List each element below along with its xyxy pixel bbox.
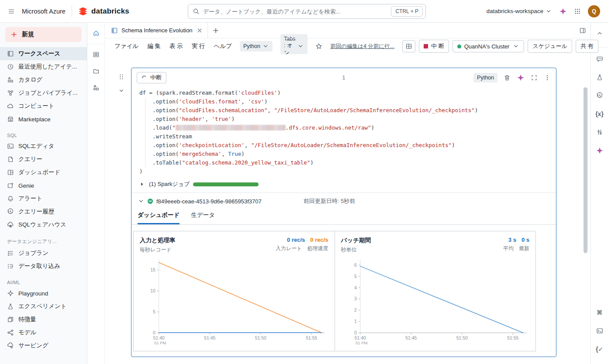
sidebar-item[interactable]: サービング xyxy=(0,339,87,352)
folder-icon[interactable] xyxy=(89,64,103,78)
sidebar-section-header: SQL xyxy=(7,133,87,138)
chart-subtitle: 秒単位 xyxy=(341,246,371,254)
layout-columns-icon[interactable] xyxy=(579,23,586,38)
chevron-down-icon xyxy=(545,8,552,15)
menu-編集[interactable]: 編 集 xyxy=(147,42,161,50)
sidebar-item[interactable]: SQLウェアハウス xyxy=(0,218,87,231)
sidebar-item[interactable]: Marketplace xyxy=(0,113,87,126)
sidebar-item-label: データ取り込み xyxy=(18,262,60,270)
catalog-icon[interactable] xyxy=(89,81,103,95)
global-search[interactable]: CTRL + P xyxy=(188,4,426,19)
schedule-button[interactable]: スケジュール xyxy=(528,40,572,53)
sidebar-item[interactable]: コンピュート xyxy=(0,100,87,113)
sidebar-item[interactable]: ジョブラン xyxy=(0,247,87,260)
menu-実行[interactable]: 実 行 xyxy=(192,42,205,50)
sidebar-item-label: ジョブとパイプライ... xyxy=(18,89,78,97)
cell-interrupt-button[interactable]: 中断 xyxy=(137,72,166,83)
comment-icon[interactable] xyxy=(593,52,607,66)
plus-icon xyxy=(10,31,17,38)
scrollbar[interactable] xyxy=(584,87,587,253)
sidebar-item[interactable]: 特徴量 xyxy=(0,313,87,326)
chevron-up-icon[interactable] xyxy=(593,26,607,40)
assistant-icon[interactable] xyxy=(593,144,607,158)
sidebar-item-label: SQLエディタ xyxy=(18,142,54,150)
share-button[interactable]: 共 有 xyxy=(576,40,598,53)
spark-job-row[interactable]: (1) Sparkジョブ xyxy=(131,178,556,192)
favorite-star-icon[interactable] xyxy=(315,43,322,50)
divider xyxy=(87,44,105,44)
search-icon xyxy=(193,8,200,15)
store-icon xyxy=(7,116,14,123)
menu-ヘルプ[interactable]: ヘルプ xyxy=(214,42,232,50)
sidebar-item[interactable]: クエリー履歴 xyxy=(0,205,87,218)
close-icon[interactable] xyxy=(196,27,203,34)
chevron-down-icon[interactable] xyxy=(138,198,145,205)
kebab-menu-icon[interactable] xyxy=(544,74,551,81)
sidebar-item[interactable]: データ取り込み xyxy=(0,260,87,273)
features-icon xyxy=(7,316,14,323)
search-input[interactable] xyxy=(203,8,391,15)
assistant-sparkle-icon[interactable] xyxy=(559,7,567,15)
cell-assistant-icon[interactable] xyxy=(517,74,525,82)
right-rail: {x}⌘{✓ xyxy=(591,23,608,364)
sidebar-item[interactable]: Playground xyxy=(0,287,87,300)
braces-x-icon[interactable]: {x} xyxy=(593,107,607,121)
svg-text:51:40: 51:40 xyxy=(153,336,165,341)
cloud-icon xyxy=(7,103,14,110)
history-icon xyxy=(7,208,14,215)
sidebar-item[interactable]: Genie xyxy=(0,179,87,192)
sidebar-item-label: Genie xyxy=(18,182,34,189)
cell-language-badge[interactable]: Python xyxy=(473,73,497,82)
notebook-tab[interactable]: Schema Inference Evolution xyxy=(105,23,208,38)
workspace-selector[interactable]: databricks-workspace xyxy=(486,8,552,15)
sidebar-item[interactable]: モデル xyxy=(0,326,87,339)
svg-text:51:40: 51:40 xyxy=(354,336,366,341)
sidebar-item[interactable]: アラート xyxy=(0,192,87,205)
menu-表示[interactable]: 表 示 xyxy=(169,42,183,50)
code-editor[interactable]: df = (spark.readStream.format('cloudFile… xyxy=(131,85,556,178)
history-icon[interactable] xyxy=(593,89,607,103)
terminal-icon[interactable] xyxy=(593,324,607,338)
avatar[interactable]: Q xyxy=(588,5,600,17)
table-view-button[interactable] xyxy=(402,40,415,52)
code-line: .option('checkpointLocation', "/FileStor… xyxy=(139,141,556,150)
sidebar-item[interactable]: SQLエディタ xyxy=(0,140,87,153)
sidebar-item[interactable]: ワークスペース xyxy=(0,47,87,60)
main-area: Schema Inference Evolution ファイル編 集表 示実 行… xyxy=(105,23,591,364)
flask-icon[interactable] xyxy=(593,70,607,84)
sidebar-item[interactable]: 最近使用したアイテ... xyxy=(0,60,87,73)
batch-duration-panel: バッチ期間 秒単位 3 s 0 s 平均 最新 xyxy=(335,231,536,351)
list-check-icon xyxy=(7,250,14,257)
last-edit-link[interactable]: 前回の編集は4 分前に行... xyxy=(330,43,394,50)
menu-ファイル[interactable]: ファイル xyxy=(114,42,138,50)
new-button[interactable]: 新規 xyxy=(5,27,82,42)
serving-icon xyxy=(7,342,14,349)
interrupt-button[interactable]: 中 断 xyxy=(419,40,449,53)
cluster-selector[interactable]: QuanNA's Cluster xyxy=(453,40,525,52)
drag-handle-icon[interactable] xyxy=(118,73,125,80)
sidebar-item[interactable]: エクスペリメント xyxy=(0,300,87,313)
language-selector[interactable]: Python xyxy=(240,41,273,52)
hamburger-icon[interactable] xyxy=(8,8,15,15)
input-rate-value: 0 rec/s xyxy=(287,237,305,243)
home-icon[interactable] xyxy=(89,26,103,40)
notebook-tab-title: Schema Inference Evolution xyxy=(121,27,193,34)
app-grid-icon[interactable] xyxy=(574,8,581,15)
sidebar-item[interactable]: ジョブとパイプライ... xyxy=(0,86,87,100)
sidebar-item[interactable]: クエリー xyxy=(0,153,87,166)
list-icon[interactable] xyxy=(89,48,103,62)
sidebar-item-label: ダッシュボード xyxy=(18,168,60,176)
trash-icon[interactable] xyxy=(504,74,511,81)
sidebar-item[interactable]: ダッシュボード xyxy=(0,166,87,179)
tab-dashboard[interactable]: ダッシュボード xyxy=(138,211,180,224)
command-icon[interactable]: ⌘ xyxy=(593,306,607,319)
expand-icon[interactable] xyxy=(531,74,538,81)
code-line: .toTable("catalog.schema.2020_yellow_tax… xyxy=(139,158,556,167)
sliders-icon[interactable] xyxy=(593,125,607,139)
new-tab-button[interactable] xyxy=(208,23,224,38)
code-check-icon[interactable]: {✓ xyxy=(593,342,607,356)
tab-raw-data[interactable]: 生データ xyxy=(191,211,215,224)
collapse-chevron-icon[interactable] xyxy=(118,87,125,94)
sidebar-item[interactable]: カタログ xyxy=(0,73,87,86)
svg-text:51:50: 51:50 xyxy=(456,336,467,341)
